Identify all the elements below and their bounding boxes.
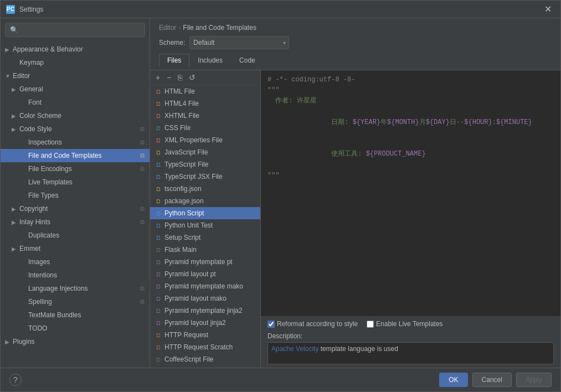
file-item-coffeescript[interactable]: 🗋 CoffeeScript File (150, 353, 260, 365)
sidebar-item-images[interactable]: Images (1, 255, 150, 269)
ok-button[interactable]: OK (439, 373, 467, 387)
file-item-label: HTML4 File (164, 100, 256, 107)
sidebar-item-livetemplates[interactable]: Live Templates (1, 176, 150, 189)
sidebar-item-fileencodings[interactable]: File Encodings ⚙ (1, 162, 150, 176)
tab-files[interactable]: Files (159, 54, 189, 66)
settings-dialog: PC Settings ✕ 🔍 ▶ Appearance & Behavior … (0, 0, 561, 392)
sidebar-item-filetypes[interactable]: File Types (1, 189, 150, 202)
file-item-label: TypeScript File (164, 161, 256, 168)
sidebar-item-font[interactable]: Font (1, 96, 150, 109)
panel-body: + − ⎘ ↺ 🗋 HTML File 🗋 HTML4 File (150, 70, 560, 368)
file-item-pyramidlayoutmako[interactable]: 🗋 Pyramid layout mako (150, 292, 260, 305)
file-item-label: Setup Script (164, 234, 256, 241)
sidebar-item-general[interactable]: ▶ General (1, 82, 150, 96)
file-item-pyscript[interactable]: 🗋 Python Script (150, 207, 260, 219)
code-line-5: 使用工具: ${PRODUCT_NAME} (267, 138, 554, 171)
sidebar-item-languageinjections[interactable]: Language Injections ⚙ (1, 282, 150, 295)
sidebar-item-fileandcode[interactable]: File and Code Templates ⚙ (1, 149, 150, 162)
file-item-httprequest[interactable]: 🗋 HTTP Request (150, 329, 260, 341)
sidebar-item-inlayhints[interactable]: ▶ Inlay Hints ⚙ (1, 215, 150, 229)
file-item-flask[interactable]: 🗋 Flask Main (150, 244, 260, 256)
sidebar-item-appearance[interactable]: ▶ Appearance & Behavior (1, 43, 150, 56)
file-item-xhtml[interactable]: 🗋 XHTML File (150, 110, 260, 122)
livetemplates-label: Enable Live Templates (376, 320, 443, 328)
file-item-css[interactable]: 🗋 CSS File (150, 122, 260, 134)
sidebar-item-todo[interactable]: TODO (1, 322, 150, 335)
copy-button[interactable]: ⎘ (176, 73, 184, 82)
file-item-ts[interactable]: 🗋 TypeScript File (150, 158, 260, 171)
file-item-pyramidlayoutpt[interactable]: 🗋 Pyramid layout pt (150, 268, 260, 280)
sidebar-item-inspections[interactable]: Inspections ⚙ (1, 136, 150, 149)
add-button[interactable]: + (153, 73, 162, 82)
file-item-html4[interactable]: 🗋 HTML4 File (150, 97, 260, 110)
description-section: Description: Apache Velocity template la… (267, 332, 554, 364)
cancel-button[interactable]: Cancel (472, 373, 512, 387)
close-button[interactable]: ✕ (541, 3, 555, 16)
breadcrumb-current: File and Code Templates (183, 24, 256, 32)
file-item-label: JavaScript File (164, 148, 256, 156)
tab-includes[interactable]: Includes (189, 54, 231, 66)
file-item-pyramidlayoutjinja2[interactable]: 🗋 Pyramid layout jinja2 (150, 317, 260, 329)
reset-button[interactable]: ↺ (187, 73, 198, 82)
file-type-icon: 🗋 (155, 234, 162, 241)
sidebar-item-duplicates[interactable]: Duplicates (1, 229, 150, 242)
sidebar-item-emmet[interactable]: ▶ Emmet (1, 242, 150, 255)
help-button[interactable]: ? (9, 374, 22, 386)
file-type-icon: 🗋 (155, 124, 162, 132)
sidebar-item-spelling[interactable]: Spelling ⚙ (1, 295, 150, 308)
reformat-checkbox[interactable] (267, 321, 275, 328)
file-type-icon: 🗋 (155, 331, 162, 339)
file-type-icon: 🗋 (155, 246, 162, 254)
file-item-js[interactable]: 🗋 JavaScript File (150, 146, 260, 158)
file-item-html[interactable]: 🗋 HTML File (150, 85, 260, 97)
file-item-pkgjson[interactable]: 🗋 package.json (150, 195, 260, 207)
code-line-3: 作者: 许星星 (267, 96, 554, 106)
remove-button[interactable]: − (164, 73, 173, 82)
file-item-pyramidmytemplatept[interactable]: 🗋 Pyramid mytemplate pt (150, 256, 260, 268)
file-item-httprequestscratch[interactable]: 🗋 HTTP Request Scratch (150, 341, 260, 353)
code-editor[interactable]: # -*- coding:utf-8 -8- """ 作者: 许星星 日期: $… (261, 70, 560, 316)
file-item-label: HTTP Request (164, 331, 256, 339)
livetemplates-checkbox-label[interactable]: Enable Live Templates (367, 320, 443, 328)
sidebar-item-colorscheme[interactable]: ▶ Color Scheme (1, 109, 150, 122)
file-item-pyramidmytemplatejinja2[interactable]: 🗋 Pyramid mytemplate jinja2 (150, 305, 260, 317)
sidebar-item-copyright[interactable]: ▶ Copyright ⚙ (1, 202, 150, 215)
file-item-setup[interactable]: 🗋 Setup Script (150, 231, 260, 244)
gear-icon: ⚙ (140, 285, 145, 292)
tab-code[interactable]: Code (231, 54, 264, 66)
sidebar-item-codestyle[interactable]: ▶ Code Style ⚙ (1, 122, 150, 136)
reformat-checkbox-label[interactable]: Reformat according to style (267, 320, 358, 328)
editor-footer: Reformat according to style Enable Live … (261, 316, 560, 368)
scheme-label: Scheme: (159, 39, 185, 47)
file-item-tsconfig[interactable]: 🗋 tsconfig.json (150, 183, 260, 195)
file-item-label: TypeScript JSX File (164, 173, 256, 180)
gear-icon: ⚙ (140, 298, 145, 306)
scheme-select[interactable]: Default Project (189, 36, 289, 49)
sidebar-item-editor[interactable]: ▼ Editor (1, 69, 150, 82)
file-item-tsx[interactable]: 🗋 TypeScript JSX File (150, 171, 260, 183)
file-type-icon: 🗋 (155, 270, 162, 278)
reformat-label: Reformat according to style (277, 320, 358, 328)
file-item-pyunit[interactable]: 🗋 Python Unit Test (150, 219, 260, 231)
sidebar: 🔍 ▶ Appearance & Behavior Keymap ▼ Edito… (1, 18, 150, 368)
velocity-link[interactable]: Apache Velocity (271, 345, 318, 353)
expand-arrow: ▶ (12, 206, 19, 212)
file-type-icon: 🗋 (155, 295, 162, 302)
file-type-icon: 🗋 (155, 319, 162, 327)
sidebar-item-intentions[interactable]: Intentions (1, 269, 150, 282)
file-item-xmlprops[interactable]: 🗋 XML Properties File (150, 134, 260, 146)
expand-arrow: ▶ (5, 47, 13, 53)
file-type-icon: 🗋 (155, 307, 162, 314)
search-box[interactable]: 🔍 (5, 23, 145, 37)
file-item-pyramidmytemplatemako[interactable]: 🗋 Pyramid mytemplate mako (150, 280, 260, 292)
expand-arrow: ▶ (12, 219, 19, 225)
description-text: template language is used (318, 345, 398, 353)
apply-button[interactable]: Apply (516, 373, 552, 387)
gear-icon: ⚙ (140, 139, 145, 146)
livetemplates-checkbox[interactable] (367, 321, 374, 328)
file-type-icon: 🗋 (155, 258, 162, 266)
sidebar-item-keymap[interactable]: Keymap (1, 56, 150, 69)
sidebar-item-textmatebundles[interactable]: TextMate Bundles (1, 308, 150, 322)
sidebar-item-plugins[interactable]: ▶ Plugins (1, 335, 150, 348)
expand-arrow: ▶ (12, 246, 19, 252)
